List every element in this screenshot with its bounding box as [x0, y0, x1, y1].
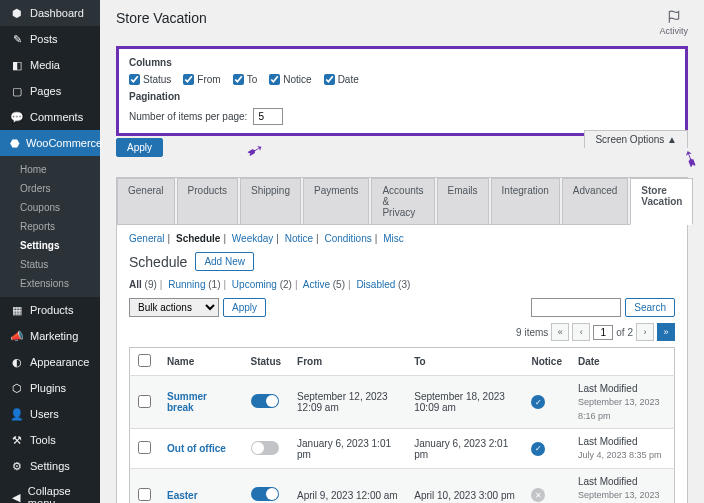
pager-next[interactable]: › — [636, 323, 654, 341]
column-checkbox[interactable] — [324, 74, 335, 85]
sidebar-sub-item[interactable]: Reports — [0, 217, 100, 236]
subtab-conditions[interactable]: Conditions — [324, 233, 371, 244]
sidebar-item[interactable]: ▦Products — [0, 297, 100, 323]
sidebar-sub-item[interactable]: Status — [0, 255, 100, 274]
row-name-link[interactable]: Out of office — [167, 443, 226, 454]
sidebar-item[interactable]: ⚙Settings — [0, 453, 100, 479]
from-cell: April 9, 2023 12:00 am — [289, 469, 406, 503]
to-cell: January 6, 2023 2:01 pm — [406, 429, 523, 469]
tab[interactable]: Products — [177, 178, 238, 224]
tab[interactable]: Shipping — [240, 178, 301, 224]
status-toggle[interactable] — [251, 441, 279, 455]
to-cell: September 18, 2023 10:09 am — [406, 376, 523, 429]
select-all-checkbox[interactable] — [138, 354, 151, 367]
col-status[interactable]: Status — [243, 348, 290, 376]
items-per-page-input[interactable] — [253, 108, 283, 125]
pager-prev[interactable]: ‹ — [572, 323, 590, 341]
row-name-link[interactable]: Summer break — [167, 391, 207, 413]
sidebar-sub-item[interactable]: Home — [0, 160, 100, 179]
sidebar-item[interactable]: ◐Appearance — [0, 349, 100, 375]
sidebar-item[interactable]: 👤Users — [0, 401, 100, 427]
menu-icon: ▢ — [10, 84, 24, 98]
page-title: Store Vacation — [116, 10, 207, 26]
col-notice[interactable]: Notice — [523, 348, 570, 376]
col-to[interactable]: To — [406, 348, 523, 376]
search-button[interactable]: Search — [625, 298, 675, 317]
sidebar-item[interactable]: ▢Pages — [0, 78, 100, 104]
collapse-icon: ◀ — [10, 490, 22, 503]
subtab-general[interactable]: General — [129, 233, 165, 244]
col-date[interactable]: Date — [570, 348, 675, 376]
apply-button[interactable]: Apply — [116, 138, 163, 157]
sidebar-item[interactable]: ⬡Plugins — [0, 375, 100, 401]
tab[interactable]: Payments — [303, 178, 369, 224]
table-row: Out of office January 6, 2023 1:01 pm Ja… — [130, 429, 675, 469]
status-toggle[interactable] — [251, 394, 279, 408]
check-icon: ✓ — [531, 442, 545, 456]
sidebar-item[interactable]: ⬢Dashboard — [0, 0, 100, 26]
tab[interactable]: General — [117, 178, 175, 224]
column-toggle[interactable]: Status — [129, 74, 171, 85]
filter-running[interactable]: Running (1) — [168, 279, 220, 290]
schedule-heading: Schedule — [129, 254, 187, 270]
search-input[interactable] — [531, 298, 621, 317]
row-name-link[interactable]: Easter — [167, 490, 198, 501]
row-checkbox[interactable] — [138, 488, 151, 501]
subtab-notice[interactable]: Notice — [285, 233, 313, 244]
tab[interactable]: Advanced — [562, 178, 628, 224]
sidebar-item[interactable]: ⚒Tools — [0, 427, 100, 453]
menu-icon: ⚙ — [10, 459, 24, 473]
filter-all[interactable]: All (9) — [129, 279, 157, 290]
filter-disabled[interactable]: Disabled (3) — [356, 279, 410, 290]
subtab-weekday[interactable]: Weekday — [232, 233, 274, 244]
collapse-menu[interactable]: ◀Collapse menu — [0, 479, 100, 503]
sidebar-item[interactable]: 📣Marketing — [0, 323, 100, 349]
sidebar-item[interactable]: ✎Posts — [0, 26, 100, 52]
column-toggle[interactable]: Date — [324, 74, 359, 85]
sidebar-item[interactable]: 💬Comments — [0, 104, 100, 130]
x-icon: ✕ — [531, 488, 545, 502]
screen-options-tab[interactable]: Screen Options ▲ — [584, 130, 688, 148]
pager-first[interactable]: « — [551, 323, 569, 341]
column-toggle[interactable]: Notice — [269, 74, 311, 85]
col-name[interactable]: Name — [159, 348, 243, 376]
tab[interactable]: Emails — [437, 178, 489, 224]
status-toggle[interactable] — [251, 487, 279, 501]
tab[interactable]: Store Vacation — [630, 178, 693, 225]
sidebar-sub-item[interactable]: Extensions — [0, 274, 100, 293]
column-checkbox[interactable] — [269, 74, 280, 85]
col-from[interactable]: From — [289, 348, 406, 376]
pager-page-input[interactable] — [593, 325, 613, 340]
tab[interactable]: Accounts & Privacy — [371, 178, 434, 224]
bulk-actions-select[interactable]: Bulk actions — [129, 298, 219, 317]
tab[interactable]: Integration — [491, 178, 560, 224]
pager-top: 9 items « ‹ of 2 › » — [516, 323, 675, 341]
pager-last[interactable]: » — [657, 323, 675, 341]
column-checkbox[interactable] — [233, 74, 244, 85]
row-checkbox[interactable] — [138, 395, 151, 408]
sub-tabs: General| Schedule| Weekday| Notice| Cond… — [117, 225, 687, 252]
sidebar-sub-item[interactable]: Coupons — [0, 198, 100, 217]
screen-options-panel: Columns StatusFromToNoticeDate Paginatio… — [116, 46, 688, 136]
sidebar-sub-item[interactable]: Orders — [0, 179, 100, 198]
menu-icon: ⬡ — [10, 381, 24, 395]
menu-icon: ⚒ — [10, 433, 24, 447]
subtab-misc[interactable]: Misc — [383, 233, 404, 244]
activity-link[interactable]: Activity — [659, 10, 688, 36]
flag-icon — [667, 10, 681, 24]
sidebar-item[interactable]: ◧Media — [0, 52, 100, 78]
column-checkbox[interactable] — [129, 74, 140, 85]
menu-icon: 💬 — [10, 110, 24, 124]
filter-upcoming[interactable]: Upcoming (2) — [232, 279, 292, 290]
column-toggle[interactable]: To — [233, 74, 258, 85]
filter-active[interactable]: Active (5) — [303, 279, 345, 290]
sidebar-sub-item[interactable]: Settings — [0, 236, 100, 255]
subtab-schedule[interactable]: Schedule — [176, 233, 220, 244]
bulk-apply-button[interactable]: Apply — [223, 298, 266, 317]
sidebar-item-woocommerce[interactable]: ⬣WooCommerce — [0, 130, 100, 156]
menu-icon: 📣 — [10, 329, 24, 343]
add-new-button[interactable]: Add New — [195, 252, 254, 271]
column-checkbox[interactable] — [183, 74, 194, 85]
row-checkbox[interactable] — [138, 441, 151, 454]
column-toggle[interactable]: From — [183, 74, 220, 85]
